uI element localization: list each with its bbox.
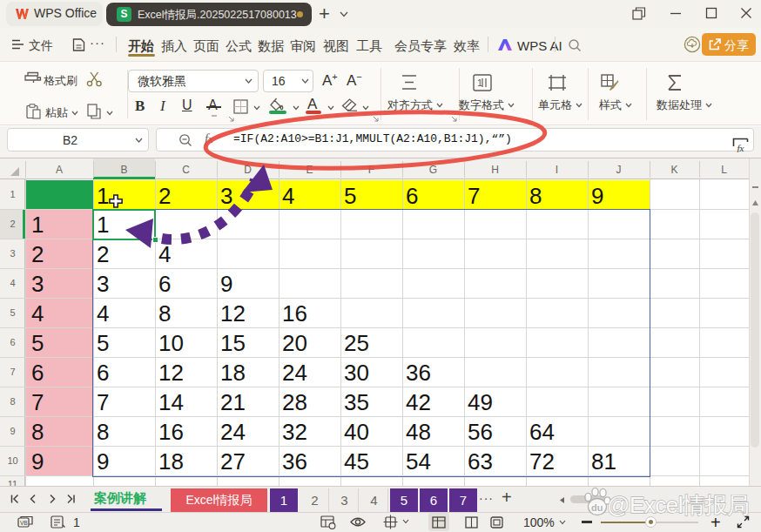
svg-text:VB: VB xyxy=(20,520,28,526)
svg-text:1: 1 xyxy=(477,77,482,88)
svg-text:fx: fx xyxy=(737,143,744,153)
